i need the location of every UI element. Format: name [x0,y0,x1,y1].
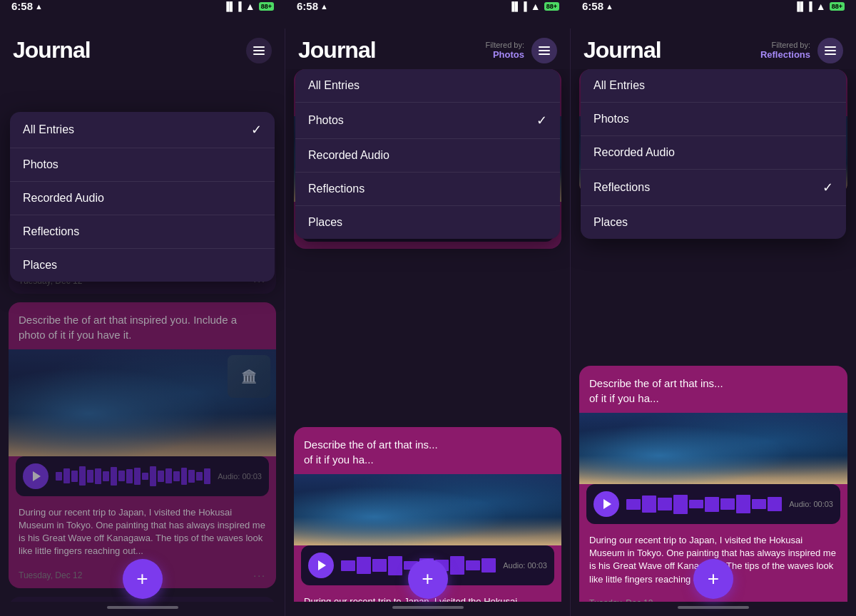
filter-menu-button-3[interactable] [817,38,843,63]
waveform-3 [626,493,782,515]
dropdown-menu-2[interactable]: All Entries Photos ✓ Recorded Audio Refl… [295,69,560,239]
filter-reflections-3[interactable]: Reflections ✓ [581,170,846,206]
fab-button-1[interactable]: + [123,559,163,599]
battery-2: 88+ [544,2,559,11]
filter-label-2: Filtered by: Photos [486,41,524,60]
bottom-bar-1 [0,602,285,616]
entry-more-prompt-1: ··· [253,570,266,581]
entry-date-prompt-1: Tuesday, Dec 12 [19,570,82,580]
entry-more-3: ··· [825,597,837,602]
dropdown-menu-1[interactable]: All Entries ✓ Photos Recorded Audio Refl… [10,112,275,282]
entry-card-prompt-1: Describe the of art that inspired you. I… [9,302,276,588]
status-icons-2: ▐▌▐ ▲ 88+ [509,1,559,12]
time-2: 6:58 ▲ [297,0,328,12]
waveform-1 [56,466,210,487]
filter-places-3[interactable]: Places [581,206,846,239]
time-1: 6:58 ▲ [11,0,43,12]
checkmark-photos-2: ✓ [536,113,547,128]
filtered-by-text-3: Filtered by: [760,41,810,49]
filter-recorded-audio-3[interactable]: Recorded Audio [581,136,846,170]
entry-date-3: Tuesday, Dec 12 [589,598,653,602]
dropdown-menu-3[interactable]: All Entries Photos Recorded Audio Reflec… [581,69,846,239]
audio-time-3: Audio: 00:03 [789,500,833,508]
journal-title-3: Journal [584,37,661,63]
header-2: Journal Filtered by: Photos [285,29,570,69]
filter-all-entries-1[interactable]: All Entries ✓ [10,112,275,148]
fab-button-2[interactable]: + [408,559,448,599]
play-icon-1 [33,471,41,481]
status-bar-3: 6:58 ▲ ▐▌▐ ▲ 88+ [571,0,856,12]
play-button-3[interactable] [593,491,619,517]
journal-title-2: Journal [298,37,376,63]
home-indicator-3 [678,606,749,609]
wifi-icon-3: ▲ [816,1,826,12]
hamburger-icon-1 [252,45,266,56]
filter-reflections-1[interactable]: Reflections [10,215,275,249]
filter-menu-button-1[interactable] [246,38,272,63]
time-3: 6:58 ▲ [582,0,613,12]
filter-places-1[interactable]: Places [10,249,275,282]
entry-image-2 [294,474,561,545]
play-icon-3 [603,499,611,509]
entry-image-3 [579,413,847,484]
header-right-2: Filtered by: Photos [486,38,557,63]
filter-photos-2[interactable]: Photos ✓ [295,103,560,139]
home-indicator-2 [392,606,464,609]
home-indicator-1 [107,606,178,609]
play-button-1[interactable] [23,463,49,489]
filter-menu-button-2[interactable] [531,38,557,63]
scroll-content-1: All Entries ✓ Photos Recorded Audio Refl… [0,69,285,602]
wave-image-3 [579,413,847,484]
filter-all-entries-3[interactable]: All Entries [581,69,846,103]
wifi-icon-1: ▲ [245,1,255,12]
audio-time-1: Audio: 00:03 [218,472,262,481]
checkmark-reflections-3: ✓ [822,180,833,195]
header-1: Journal [0,29,285,69]
filter-value-3: Reflections [760,49,810,60]
filter-reflections-2[interactable]: Reflections [295,173,560,206]
map-thumbnail-1: 🏛️ [228,355,270,398]
bottom-bar-3 [571,602,856,616]
battery-1: 88+ [259,2,274,11]
phone-screen-2: Journal Filtered by: Photos [285,29,571,616]
wave-image-2 [294,474,561,545]
header-right-1 [246,38,272,63]
entry-image-1: 🏛️ [9,349,276,456]
status-icons-3: ▐▌▐ ▲ 88+ [794,1,845,12]
filter-label-3: Filtered by: Reflections [760,41,810,60]
status-bar-1: 6:58 ▲ ▐▌▐ ▲ 88+ [0,0,285,12]
fab-button-3[interactable]: + [693,559,733,599]
prompt-text-3: Describe the of art that ins...of it if … [579,366,847,413]
prompt-text-2: Describe the of art that ins...of it if … [294,427,561,474]
hamburger-icon-2 [537,45,551,56]
checkmark-all-1: ✓ [251,122,262,138]
header-right-3: Filtered by: Reflections [760,38,843,63]
filter-recorded-audio-1[interactable]: Recorded Audio [10,182,275,215]
phone-screen-3: Journal Filtered by: Reflections [571,29,856,616]
play-button-2[interactable] [308,553,334,578]
status-bar-2: 6:58 ▲ ▐▌▐ ▲ 88+ [285,0,571,12]
journal-title-1: Journal [13,37,91,63]
filter-value-2: Photos [486,49,524,60]
filter-places-2[interactable]: Places [295,206,560,239]
audio-container-3: Audio: 00:03 [586,484,840,524]
filter-all-entries-2[interactable]: All Entries [295,69,560,103]
entry-journal-text-1: During our recent trip to Japan, I visit… [9,503,276,565]
scroll-content-2: Describe the of art that ins...of it if … [285,69,570,602]
battery-3: 88+ [830,2,845,11]
play-icon-2 [318,560,326,570]
audio-container-1: Audio: 00:03 [16,456,269,496]
scroll-content-3: Describe the of art that ins...of it if … [571,69,856,602]
audio-time-2: Audio: 00:03 [503,561,547,570]
signal-icon-3: ▐▌▐ [794,1,812,11]
filter-recorded-audio-2[interactable]: Recorded Audio [295,139,560,173]
signal-icon-1: ▐▌▐ [223,1,242,11]
phone-screen-1: Journal All Entries ✓ [0,29,285,616]
hamburger-icon-3 [823,45,837,56]
filter-photos-1[interactable]: Photos [10,148,275,182]
wifi-icon-2: ▲ [531,1,541,12]
bottom-bar-2 [285,602,570,616]
filter-photos-3[interactable]: Photos [581,103,846,136]
signal-icon-2: ▐▌▐ [509,1,527,11]
status-icons-1: ▐▌▐ ▲ 88+ [223,1,274,12]
